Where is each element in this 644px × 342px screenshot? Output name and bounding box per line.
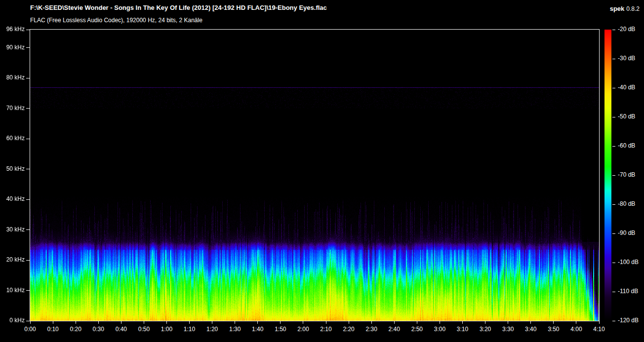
time-tick-label: 0:30 — [87, 326, 109, 333]
db-tick-label: -70 dB — [618, 171, 635, 179]
app-name: spek — [610, 5, 625, 12]
time-tick-mark — [30, 321, 31, 324]
db-tick-label: -110 dB — [618, 288, 638, 295]
db-tick-mark — [612, 233, 615, 234]
db-tick-mark — [612, 292, 615, 292]
time-tick-label: 0:40 — [110, 326, 132, 333]
time-tick-label: 3:50 — [543, 326, 564, 333]
spectrogram-canvas — [30, 30, 599, 321]
time-tick-mark — [553, 321, 554, 324]
db-tick-mark — [612, 59, 615, 59]
time-tick-mark — [530, 321, 531, 324]
time-tick-label: 0:50 — [133, 326, 155, 333]
freq-tick-label: 90 kHz — [0, 44, 25, 51]
time-tick-mark — [280, 321, 281, 324]
freq-tick-label: 20 kHz — [0, 256, 25, 264]
freq-tick-mark — [26, 260, 30, 261]
app-brand: spek0.8.2 — [610, 4, 640, 13]
freq-tick-label: 0 kHz — [0, 317, 25, 324]
time-tick-mark — [98, 321, 99, 324]
time-tick-mark — [235, 321, 235, 324]
time-tick-mark — [257, 321, 258, 324]
time-tick-label: 0:20 — [65, 326, 86, 333]
freq-tick-mark — [26, 78, 30, 78]
time-tick-mark — [349, 321, 349, 324]
freq-tick-label: 70 kHz — [0, 105, 25, 112]
time-tick-label: 3:40 — [520, 326, 542, 333]
freq-tick-label: 50 kHz — [0, 165, 25, 173]
freq-tick-mark — [26, 108, 30, 109]
db-tick-label: -90 dB — [618, 229, 635, 237]
time-tick-label: 1:10 — [179, 326, 201, 333]
freq-tick-mark — [26, 199, 30, 200]
db-tick-label: -30 dB — [618, 55, 635, 62]
time-tick-label: 4:00 — [565, 326, 587, 333]
time-tick-label: 2:30 — [361, 326, 382, 333]
time-tick-label: 3:10 — [452, 326, 474, 333]
time-tick-mark — [440, 321, 440, 324]
time-tick-label: 2:10 — [315, 326, 337, 333]
time-tick-mark — [212, 321, 212, 324]
time-tick-mark — [462, 321, 463, 324]
time-tick-mark — [326, 321, 326, 324]
freq-tick-label: 10 kHz — [0, 287, 25, 294]
time-tick-label: 2:20 — [338, 326, 360, 333]
time-tick-mark — [508, 321, 508, 324]
db-tick-mark — [612, 321, 615, 321]
time-tick-label: 3:30 — [497, 326, 519, 333]
time-tick-mark — [599, 321, 600, 324]
time-tick-mark — [394, 321, 395, 324]
freq-tick-label: 80 kHz — [0, 74, 25, 81]
time-tick-label: 2:40 — [383, 326, 405, 333]
db-tick-label: -50 dB — [618, 113, 635, 120]
time-tick-mark — [417, 321, 417, 324]
freq-tick-mark — [26, 169, 30, 169]
time-tick-mark — [485, 321, 485, 324]
freq-tick-mark — [26, 47, 30, 48]
time-tick-label: 1:50 — [270, 326, 291, 333]
db-tick-mark — [612, 30, 615, 30]
time-tick-label: 1:00 — [156, 326, 177, 333]
db-tick-mark — [612, 88, 615, 88]
time-tick-mark — [121, 321, 121, 324]
file-path-title: F:\K-SEED\Stevie Wonder - Songs In The K… — [30, 4, 327, 11]
db-tick-label: -120 dB — [618, 317, 639, 324]
time-tick-label: 2:00 — [292, 326, 314, 333]
time-tick-label: 1:40 — [247, 326, 269, 333]
time-tick-label: 4:10 — [588, 326, 610, 333]
time-tick-label: 3:00 — [429, 326, 450, 333]
app-version: 0.8.2 — [626, 5, 640, 12]
db-tick-label: -40 dB — [618, 84, 635, 91]
time-tick-label: 1:20 — [201, 326, 223, 333]
db-tick-mark — [612, 117, 615, 117]
db-tick-label: -100 dB — [618, 259, 639, 266]
time-tick-label: 0:10 — [42, 326, 64, 333]
db-tick-mark — [612, 175, 615, 176]
freq-tick-label: 60 kHz — [0, 135, 25, 142]
time-tick-label: 0:00 — [19, 326, 41, 333]
freq-tick-mark — [26, 139, 30, 139]
time-tick-label: 2:50 — [406, 326, 428, 333]
db-tick-label: -20 dB — [618, 26, 635, 33]
freq-tick-mark — [26, 229, 30, 230]
time-tick-mark — [53, 321, 53, 324]
time-tick-mark — [166, 321, 167, 324]
time-tick-mark — [144, 321, 144, 324]
format-info: FLAC (Free Lossless Audio Codec), 192000… — [30, 17, 202, 24]
db-tick-label: -80 dB — [618, 200, 635, 208]
time-tick-mark — [189, 321, 190, 324]
db-tick-mark — [612, 204, 615, 205]
db-tick-label: -60 dB — [618, 142, 635, 150]
db-colorbar — [604, 30, 611, 321]
db-tick-mark — [612, 263, 615, 263]
db-tick-mark — [612, 146, 615, 147]
time-tick-label: 1:30 — [224, 326, 246, 333]
freq-tick-label: 96 kHz — [0, 26, 25, 33]
freq-tick-mark — [26, 290, 30, 291]
time-tick-mark — [76, 321, 76, 324]
time-tick-mark — [303, 321, 303, 324]
time-tick-mark — [371, 321, 372, 324]
time-tick-mark — [576, 321, 576, 324]
freq-tick-label: 40 kHz — [0, 195, 25, 203]
time-tick-label: 3:20 — [475, 326, 496, 333]
